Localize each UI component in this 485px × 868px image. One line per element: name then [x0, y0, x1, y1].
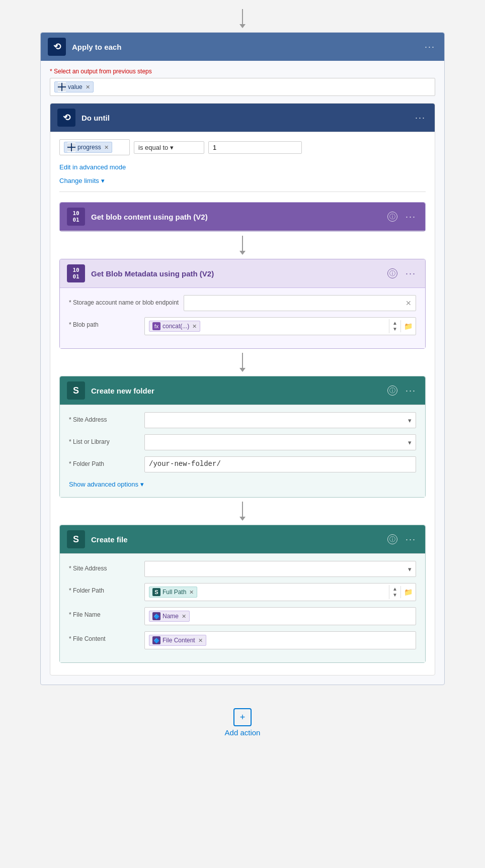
folder-path-row: * Folder Path /your-new-folder/ [69, 456, 416, 472]
progress-token-close[interactable]: ✕ [104, 144, 109, 151]
get-blob-content-header: 1001 Get blob content using path (V2) ⓘ … [60, 203, 425, 231]
blob-path-down-btn[interactable]: ▼ [391, 326, 398, 332]
blob-path-folder-btn[interactable]: 📁 [400, 320, 416, 332]
condition-row: progress ✕ is equal to ▾ [59, 139, 426, 155]
create-folder-icon: S [67, 381, 85, 400]
site-address-label-1: * Site Address [69, 412, 139, 423]
blob-path-label: * Blob path [69, 317, 139, 328]
file-content-inner: 🔷 File Content ✕ [145, 632, 416, 649]
file-content-row: * File Content 🔷 File Content ✕ [69, 631, 416, 649]
add-action-btn[interactable]: + Add action [215, 703, 271, 742]
site-address-chevron-2: ▾ [408, 565, 412, 573]
condition-value-input[interactable] [208, 141, 302, 154]
get-blob-content-more-btn[interactable]: ··· [403, 211, 418, 223]
create-file-title: Create file [91, 535, 387, 544]
get-blob-content-title: Get blob content using path (V2) [91, 213, 387, 221]
folder-path-folder-btn-2[interactable]: 📁 [400, 586, 416, 598]
condition-token-input[interactable]: progress ✕ [59, 139, 130, 155]
create-file-block: S Create file ⓘ ··· [59, 525, 426, 663]
full-path-token-close[interactable]: ✕ [189, 589, 194, 596]
get-blob-metadata-title: Get Blob Metadata using path (V2) [91, 269, 387, 278]
value-token-label: value [68, 83, 83, 90]
create-folder-more-btn[interactable]: ··· [403, 384, 418, 397]
name-token: 🔷 Name ✕ [149, 611, 190, 622]
site-address-select-2[interactable]: ▾ [144, 561, 416, 577]
do-until-block: ⟲ Do until ··· [50, 103, 435, 676]
do-until-title: Do until [82, 114, 413, 122]
show-advanced-label-1: Show advanced options [69, 480, 138, 488]
arrow-1 [239, 232, 246, 259]
file-name-label: * File Name [69, 607, 139, 618]
change-limits-label: Change limits [59, 177, 99, 184]
output-label: * Select an output from previous steps [50, 68, 435, 75]
edit-advanced-btn[interactable]: Edit in advanced mode [59, 161, 126, 173]
get-blob-content-icon: 1001 [67, 208, 85, 226]
get-blob-content-info-icon[interactable]: ⓘ [387, 212, 397, 222]
get-blob-content-actions: ⓘ ··· [387, 211, 418, 223]
site-address-row-2: * Site Address ▾ [69, 561, 416, 577]
folder-path-arrows-2: ▲ ▼ [389, 585, 400, 599]
output-input[interactable]: value ✕ [50, 78, 435, 96]
show-advanced-chevron-1: ▾ [140, 480, 144, 488]
concat-token-icon: fx [152, 322, 160, 330]
create-file-info-icon[interactable]: ⓘ [387, 534, 397, 544]
list-library-select[interactable]: ▾ [144, 434, 416, 450]
show-advanced-btn-1[interactable]: Show advanced options ▾ [69, 478, 144, 490]
name-token-close[interactable]: ✕ [182, 613, 186, 620]
folder-path-down-btn-2[interactable]: ▼ [391, 592, 398, 598]
list-library-chevron: ▾ [408, 439, 412, 446]
folder-path-up-btn-2[interactable]: ▲ [391, 586, 398, 592]
arrow-2 [239, 349, 246, 376]
blob-meta-icon-text: 1001 [72, 267, 79, 280]
do-until-loop-icon: ⟲ [63, 112, 70, 123]
create-file-folder-path-row: * Folder Path S Full Path ✕ [69, 583, 416, 601]
change-limits-btn[interactable]: Change limits ▾ [59, 175, 105, 186]
file-content-token-icon: 🔷 [152, 636, 160, 644]
file-name-row: * File Name 🔷 Name ✕ [69, 607, 416, 625]
value-token-close[interactable]: ✕ [86, 84, 90, 90]
create-new-folder-body: * Site Address ▾ * List or Library [60, 405, 425, 497]
file-content-token-label: File Content [163, 637, 195, 644]
do-until-more-btn[interactable]: ··· [413, 112, 428, 124]
create-file-folder-path-input[interactable]: S Full Path ✕ ▲ [144, 583, 416, 601]
get-blob-metadata-info-icon[interactable]: ⓘ [387, 268, 397, 278]
file-content-input[interactable]: 🔷 File Content ✕ [144, 631, 416, 649]
apply-to-each-title: Apply to each [72, 43, 423, 51]
file-content-token-close[interactable]: ✕ [198, 637, 203, 644]
concat-token-close[interactable]: ✕ [192, 323, 197, 330]
blob-content-icon-text: 1001 [72, 210, 79, 223]
apply-to-each-header: ⟲ Apply to each ··· [41, 33, 444, 61]
create-file-actions: ⓘ ··· [387, 533, 418, 546]
edit-advanced-label: Edit in advanced mode [59, 163, 126, 171]
apply-to-each-more-btn[interactable]: ··· [423, 41, 437, 53]
create-folder-info-icon[interactable]: ⓘ [387, 385, 397, 396]
condition-operator-select[interactable]: is equal to ▾ [134, 141, 204, 154]
get-blob-metadata-body: * Storage account name or blob endpoint … [60, 288, 425, 348]
blob-path-up-btn[interactable]: ▲ [391, 320, 398, 326]
create-file-more-btn[interactable]: ··· [403, 533, 418, 546]
nested-area: 1001 Get blob content using path (V2) ⓘ … [59, 197, 426, 668]
add-action-icon: + [233, 708, 252, 726]
blob-path-input[interactable]: fx concat(...) ✕ ▲ [144, 317, 416, 335]
file-name-input[interactable]: 🔷 Name ✕ [144, 607, 416, 625]
progress-token-icon [67, 143, 75, 151]
top-arrow-connector [239, 5, 246, 32]
site-address-select-1[interactable]: ▾ [144, 412, 416, 428]
value-token-icon [58, 83, 66, 91]
storage-account-row: * Storage account name or blob endpoint … [69, 295, 416, 311]
create-file-folder-path-inner: S Full Path ✕ [145, 584, 389, 601]
storage-clear-btn[interactable]: ✕ [406, 299, 412, 307]
blob-path-inner: fx concat(...) ✕ [145, 318, 389, 335]
folder-path-input[interactable]: /your-new-folder/ [144, 456, 416, 472]
storage-account-input[interactable]: ✕ [184, 295, 416, 311]
blob-path-arrows: ▲ ▼ [389, 319, 400, 333]
full-path-token-icon: S [152, 588, 160, 596]
progress-token: progress ✕ [64, 142, 112, 153]
create-new-folder-header: S Create new folder ⓘ ··· [60, 376, 425, 405]
get-blob-metadata-more-btn[interactable]: ··· [403, 267, 418, 280]
get-blob-metadata-actions: ⓘ ··· [387, 267, 418, 280]
name-token-label: Name [163, 613, 179, 620]
get-blob-metadata-icon: 1001 [67, 264, 85, 282]
file-content-token: 🔷 File Content ✕ [149, 635, 206, 646]
arrow-3 [239, 498, 246, 525]
